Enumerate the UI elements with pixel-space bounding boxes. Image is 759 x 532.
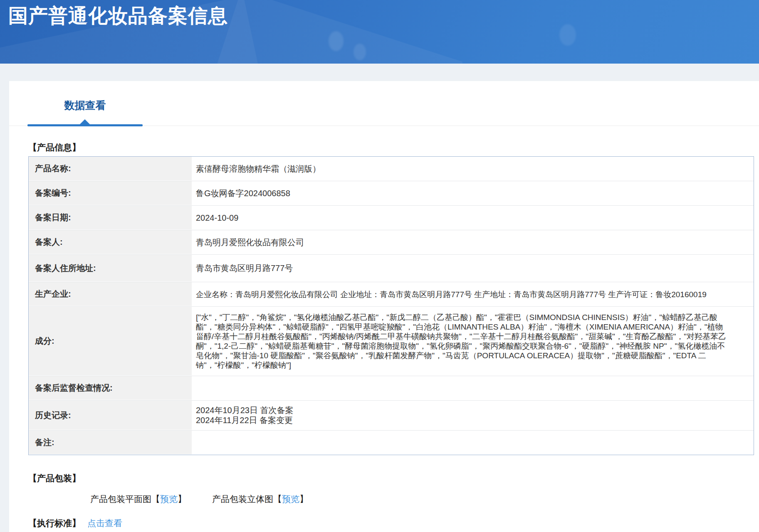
tab-caret-icon [80,119,90,124]
standard-section-title: 【执行标准】 [28,517,81,529]
row-label: 备案日期: [29,206,192,230]
row-label: 备案编号: [29,181,192,205]
row-label: 产品名称: [29,157,192,181]
packaging-stereo-label: 产品包装立体图 [212,493,273,505]
product-info-section-title: 【产品信息】 [28,142,759,153]
tab-data-view[interactable]: 数据查看 [27,81,143,126]
row-label: 备案后监督检查情况: [29,376,192,400]
row-value-ingredients: ["水"，"丁二醇"，"角鲨烷"，"氢化橄榄油酸乙基己酯"，"新戊二醇二（乙基己… [192,307,754,376]
row-value-registrant: 青岛明月爱熙化妆品有限公司 [192,230,754,254]
tab-bar: 数据查看 [9,81,759,126]
page-header: 国产普通化妆品备案信息 [0,0,759,64]
banner-decoration [329,31,344,51]
page-title: 国产普通化妆品备案信息 [0,0,759,28]
preview-stereo-link[interactable]: 预览 [282,493,299,505]
packaging-links-line: 产品包装平面图【预览】 产品包装立体图 【预览】 [90,493,759,505]
row-value-supervision [192,376,754,400]
table-row: 备案人住所地址: 青岛市黄岛区明月路777号 [29,255,754,282]
table-row: 产品名称: 素僖酵母溶胞物精华霜（滋润版） [29,157,754,181]
banner-decoration [354,44,366,60]
row-label: 备案人住所地址: [29,255,192,282]
row-value-record-number: 鲁G妆网备字2024006858 [192,181,754,205]
tab-active-underline [27,124,143,126]
table-row: 成分: ["水"，"丁二醇"，"角鲨烷"，"氢化橄榄油酸乙基己酯"，"新戊二醇二… [29,307,754,376]
bracket: 【 [151,493,160,505]
table-row: 备案人: 青岛明月爱熙化妆品有限公司 [29,230,754,255]
row-value-registrant-address: 青岛市黄岛区明月路777号 [192,255,754,282]
bracket: 】 [299,493,308,505]
row-value-manufacturer: 企业名称：青岛明月爱熙化妆品有限公司 企业地址：青岛市黄岛区明月路777号 生产… [192,282,754,306]
packaging-section-title: 【产品包装】 [28,473,759,484]
table-row: 备案后监督检查情况: [29,376,754,401]
preview-flat-link[interactable]: 预览 [160,493,178,505]
row-label: 备注: [29,431,192,455]
view-standard-link[interactable]: 点击查看 [87,517,122,529]
row-label: 历史记录: [29,401,192,430]
table-row: 生产企业: 企业名称：青岛明月爱熙化妆品有限公司 企业地址：青岛市黄岛区明月路7… [29,282,754,307]
bracket: 】 [178,493,186,505]
row-value-record-date: 2024-10-09 [192,206,754,230]
product-info-table: 产品名称: 素僖酵母溶胞物精华霜（滋润版） 备案编号: 鲁G妆网备字202400… [28,156,754,455]
table-row: 备案日期: 2024-10-09 [29,206,754,230]
row-label: 备案人: [29,230,192,254]
packaging-flat-label: 产品包装平面图 [90,493,151,505]
row-label: 成分: [29,307,192,376]
content-card: 数据查看 【产品信息】 产品名称: 素僖酵母溶胞物精华霜（滋润版） 备案编号: … [9,81,759,532]
row-label: 生产企业: [29,282,192,306]
row-value-remarks [192,431,754,455]
table-row: 备注: [29,431,754,455]
bracket: 【 [273,493,282,505]
table-row: 备案编号: 鲁G妆网备字2024006858 [29,181,754,206]
row-value-product-name: 素僖酵母溶胞物精华霜（滋润版） [192,157,754,181]
row-value-history: 2024年10月23日 首次备案 2024年11月22日 备案变更 [192,401,754,430]
standard-line: 【执行标准】 点击查看 [28,517,759,529]
table-row: 历史记录: 2024年10月23日 首次备案 2024年11月22日 备案变更 [29,401,754,431]
